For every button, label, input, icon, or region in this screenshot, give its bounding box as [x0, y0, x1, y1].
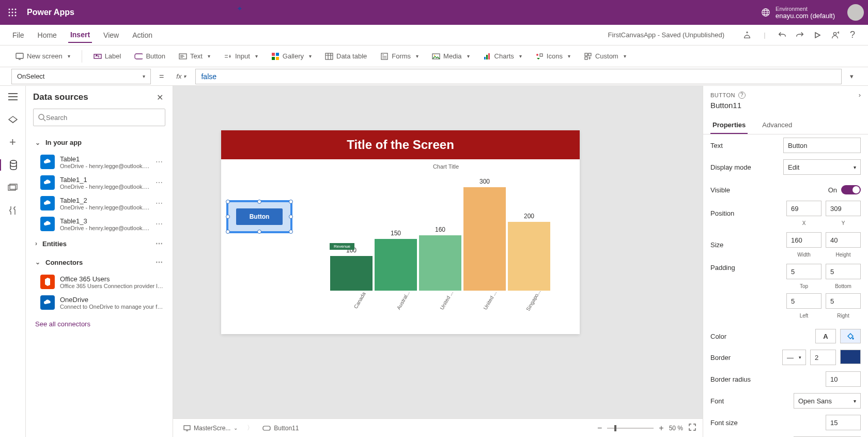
more-icon[interactable]: ⋯ — [156, 199, 163, 207]
zoom-in-button[interactable]: + — [659, 424, 663, 433]
environment-switcher[interactable]: Environment enayu.com (default) — [761, 5, 835, 20]
forms-button[interactable]: Forms — [375, 50, 424, 63]
font-select[interactable]: Open Sans▾ — [794, 393, 861, 409]
position-x-input[interactable]: 69 — [786, 201, 822, 216]
position-y-input[interactable]: 309 — [826, 201, 861, 216]
tools-icon[interactable] — [7, 205, 19, 216]
close-icon[interactable]: ✕ — [157, 93, 163, 102]
connector-item[interactable]: Office 365 UsersOffice 365 Users Connect… — [33, 272, 165, 292]
menu-view[interactable]: View — [101, 28, 121, 42]
custom-button[interactable]: Custom — [579, 50, 631, 63]
user-avatar[interactable] — [847, 4, 864, 21]
breadcrumb-control[interactable]: Button11 — [258, 424, 303, 433]
data-source-item[interactable]: Table1_3OneDrive - henry.legge@outlook.c… — [33, 214, 165, 234]
media-button[interactable]: Media — [427, 50, 474, 63]
data-icon[interactable] — [0, 159, 25, 171]
formula-input[interactable]: false ⌖ — [195, 69, 842, 84]
icons-button[interactable]: Icons — [530, 50, 576, 63]
more-icon[interactable]: ⋯ — [156, 239, 163, 248]
property-selector[interactable]: OnSelect ▾ — [11, 69, 151, 84]
button-button[interactable]: Button — [129, 50, 171, 63]
prop-text-input[interactable]: Button — [783, 138, 861, 153]
border-color-picker[interactable] — [840, 350, 861, 364]
design-canvas[interactable]: Title of the Screen Button Chart Title R… — [221, 130, 580, 334]
border-style-select[interactable]: —▾ — [782, 350, 806, 365]
visible-toggle[interactable] — [841, 185, 861, 194]
data-source-item[interactable]: Table1_1OneDrive - henry.legge@outlook.c… — [33, 172, 165, 193]
media-rail-icon[interactable] — [7, 182, 19, 193]
canvas-area[interactable]: Title of the Screen Button Chart Title R… — [173, 86, 703, 437]
add-icon[interactable]: + — [7, 137, 19, 148]
zoom-out-button[interactable]: − — [597, 424, 602, 433]
chart-legend: Revenue — [330, 243, 354, 250]
charts-button[interactable]: Charts — [478, 50, 527, 63]
svg-rect-37 — [263, 426, 270, 430]
tab-properties[interactable]: Properties — [710, 117, 748, 134]
group-connectors[interactable]: ⌄ Connectors ⋯ — [33, 253, 165, 272]
screen-title-label[interactable]: Title of the Screen — [221, 130, 580, 159]
zoom-slider[interactable] — [607, 428, 654, 429]
group-entities[interactable]: › Entities ⋯ — [33, 234, 165, 253]
data-source-item[interactable]: Table1OneDrive - henry.legge@outlook.com… — [33, 152, 165, 172]
padding-top-input[interactable]: 5 — [786, 264, 822, 279]
gallery-button[interactable]: Gallery — [266, 50, 317, 63]
tree-view-icon[interactable] — [7, 91, 19, 102]
size-w-input[interactable]: 160 — [786, 232, 822, 248]
see-all-connectors-link[interactable]: See all connectors — [33, 313, 165, 335]
border-width-input[interactable]: 2 — [810, 350, 836, 365]
search-field[interactable] — [46, 114, 161, 122]
padding-right-input[interactable]: 5 — [826, 293, 861, 309]
search-input[interactable] — [33, 109, 165, 126]
share-icon[interactable] — [830, 30, 840, 40]
input-button[interactable]: Input — [219, 50, 263, 63]
fill-color-picker[interactable] — [840, 329, 861, 343]
expand-icon[interactable]: › — [859, 91, 861, 99]
fit-to-window-icon[interactable] — [688, 423, 696, 433]
border-radius-input[interactable]: 10 — [826, 371, 861, 387]
menu-home[interactable]: Home — [36, 28, 59, 42]
data-source-item[interactable]: Table1_2OneDrive - henry.legge@outlook.c… — [33, 193, 165, 214]
svg-point-35 — [39, 114, 44, 119]
globe-icon — [761, 8, 770, 17]
more-icon[interactable]: ⋯ — [156, 258, 163, 266]
prop-display-mode-select[interactable]: Edit▾ — [783, 159, 861, 175]
menu-action[interactable]: Action — [130, 28, 154, 42]
column-chart-control[interactable]: Chart Title Revenue 100 150 160 300 200 … — [324, 163, 567, 324]
more-icon[interactable]: ⋯ — [156, 178, 163, 187]
more-icon[interactable]: ⋯ — [156, 158, 163, 166]
more-icon[interactable]: ⋯ — [156, 220, 163, 228]
help-icon[interactable]: ? — [847, 30, 858, 40]
preview-icon[interactable] — [812, 30, 823, 40]
view-icon[interactable] — [7, 114, 19, 125]
group-in-your-app[interactable]: ⌄ In your app — [33, 133, 165, 152]
menu-file[interactable]: File — [10, 28, 26, 42]
font-color-picker[interactable]: A — [815, 329, 836, 343]
size-h-input[interactable]: 40 — [826, 232, 861, 248]
waffle-menu-button[interactable] — [4, 4, 21, 21]
chevron-down-icon: ⌄ — [234, 425, 238, 431]
padding-left-input[interactable]: 5 — [786, 293, 822, 309]
font-size-input[interactable]: 15 — [826, 415, 861, 430]
app-checker-icon[interactable] — [742, 30, 752, 40]
new-screen-button[interactable]: New screen — [10, 50, 75, 63]
control-type-label: BUTTON — [710, 92, 735, 98]
connector-item[interactable]: OneDriveConnect to OneDrive to manage yo… — [33, 292, 165, 313]
label-button[interactable]: Label — [88, 50, 127, 63]
svg-rect-18 — [272, 57, 275, 60]
padding-bottom-input[interactable]: 5 — [826, 264, 861, 279]
data-table-button[interactable]: Data table — [320, 50, 372, 63]
formula-bar: OnSelect ▾ = fx ▾ false ⌖ ▾ — [0, 67, 868, 86]
button-icon — [134, 52, 143, 61]
text-button[interactable]: Text — [174, 50, 215, 63]
selected-button-control[interactable]: Button — [226, 200, 292, 233]
fx-label[interactable]: fx ▾ — [172, 72, 190, 80]
menu-insert[interactable]: Insert — [68, 27, 92, 43]
formula-expand-icon[interactable]: ▾ — [847, 72, 857, 80]
prop-position-label: Position — [710, 209, 786, 217]
help-icon[interactable]: ? — [738, 92, 746, 99]
prop-border-radius-label: Border radius — [710, 375, 826, 383]
breadcrumb-screen[interactable]: MasterScre... ⌄ — [179, 424, 242, 433]
undo-icon[interactable] — [777, 30, 787, 40]
tab-advanced[interactable]: Advanced — [760, 117, 794, 134]
redo-icon[interactable] — [795, 30, 805, 40]
